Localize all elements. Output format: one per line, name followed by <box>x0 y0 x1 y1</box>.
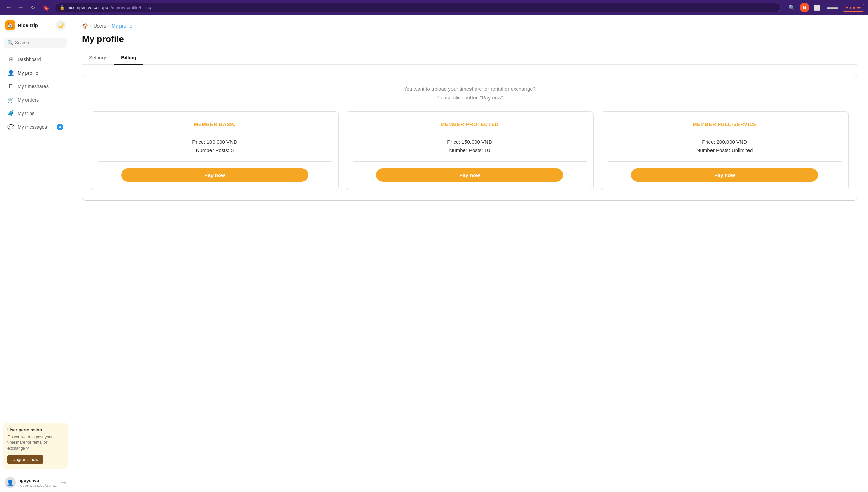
search-icon: 🔍 <box>7 40 13 45</box>
reload-button[interactable]: ↻ <box>29 3 37 12</box>
content-inner: 🏠 › Users › My profile My profile Settin… <box>71 15 868 209</box>
search-input-wrap: 🔍 <box>4 38 67 48</box>
url-bar[interactable]: 🔒 nicetripvn.vercel.app /me/my-profile/b… <box>55 3 781 12</box>
lock-icon: 🔒 <box>60 5 65 10</box>
user-info: nguyenvu nguyenvu7abcd@gmail.com <box>18 478 58 487</box>
logout-button[interactable]: ⇥ <box>60 479 66 487</box>
theme-toggle-button[interactable]: 🌙 <box>56 20 66 30</box>
browser-right-icons: 🔍 B ⬜ ▬▬ Error ☰ <box>787 3 864 12</box>
user-name: nguyenvu <box>18 478 58 483</box>
user-permission-box: User permission Do you want to post your… <box>3 423 68 469</box>
search-input[interactable] <box>15 40 63 45</box>
sidebar-item-label-my-messages: My messages <box>18 124 47 130</box>
app-layout: 🏠 Nice trip 🌙 🔍 ⊞ Dashboard 👤 My profile… <box>0 15 868 492</box>
plan-divider-basic-bottom <box>98 161 332 162</box>
extensions-button[interactable]: ⬜ <box>813 3 822 12</box>
sidebar-header: 🏠 Nice trip 🌙 <box>0 15 71 34</box>
plan-card-full-service: MEMBER FULL-SERVICE Price: 200.000 VND N… <box>601 111 849 190</box>
billing-card: You want to upload your timeshare for re… <box>82 74 857 201</box>
breadcrumb-sep-2: › <box>108 23 110 29</box>
tab-billing[interactable]: Billing <box>114 51 143 65</box>
pay-now-button-protected[interactable]: Pay now <box>376 168 563 182</box>
plan-divider-protected-bottom <box>353 161 587 162</box>
my-timeshares-icon: 🗓 <box>7 83 14 89</box>
plan-name-full-service: MEMBER FULL-SERVICE <box>692 121 757 127</box>
upgrade-now-button[interactable]: Upgrade now <box>7 455 43 464</box>
user-email: nguyenvu7abcd@gmail.com <box>18 483 58 487</box>
sidebar-nav: ⊞ Dashboard 👤 My profile 🗓 My timeshares… <box>0 51 71 420</box>
plan-price-protected: Price: 150.000 VND <box>447 139 492 145</box>
plan-posts-full-service: Number Posts: Unlimited <box>697 147 753 153</box>
breadcrumb-home-icon: 🏠 <box>82 23 88 29</box>
sidebar-item-label-my-timeshares: My timeshares <box>18 84 49 89</box>
dashboard-icon: ⊞ <box>7 56 14 62</box>
billing-prompt: You want to upload your timeshare for re… <box>91 85 849 102</box>
brave-icon: B <box>800 3 809 12</box>
permission-description: Do you want to post your timeshare for r… <box>7 434 63 451</box>
sidebar-logo: 🏠 Nice trip <box>5 20 38 30</box>
url-domain: nicetripvn.vercel.app <box>68 5 108 10</box>
sidebar-item-my-timeshares[interactable]: 🗓 My timeshares <box>2 80 69 93</box>
page-title: My profile <box>82 34 857 44</box>
pay-now-button-basic[interactable]: Pay now <box>121 168 308 182</box>
my-profile-icon: 👤 <box>7 70 14 76</box>
billing-prompt-line1: You want to upload your timeshare for re… <box>91 85 849 93</box>
permission-title: User permission <box>7 427 63 432</box>
sidebar-user: 👤 nguyenvu nguyenvu7abcd@gmail.com ⇥ <box>0 473 71 492</box>
sidebar-item-my-messages[interactable]: 💬 My messages 4 <box>2 120 69 134</box>
plan-card-protected: MEMBER PROTECTED Price: 150.000 VND Numb… <box>346 111 594 190</box>
my-orders-icon: 🛒 <box>7 96 14 103</box>
logo-icon: 🏠 <box>5 20 15 30</box>
pay-now-button-full-service[interactable]: Pay now <box>631 168 818 182</box>
sidebar-item-label-my-orders: My orders <box>18 97 39 103</box>
sidebar-item-label-my-trips: My trips <box>18 111 34 116</box>
plan-divider-basic-top <box>98 132 332 132</box>
sidebar-item-dashboard[interactable]: ⊞ Dashboard <box>2 53 69 66</box>
main-content: 🏠 › Users › My profile My profile Settin… <box>71 15 868 492</box>
forward-button[interactable]: → <box>16 3 26 12</box>
menu-icon: ☰ <box>857 5 861 10</box>
breadcrumb-current: My profile <box>112 23 132 29</box>
logo-text: Nice trip <box>18 22 38 28</box>
tabs: Settings Billing <box>82 51 857 65</box>
bookmark-icon: 🔖 <box>40 4 52 11</box>
sidebar-item-my-orders[interactable]: 🛒 My orders <box>2 93 69 106</box>
browser-bar: ← → ↻ 🔖 🔒 nicetripvn.vercel.app /me/my-p… <box>0 0 868 15</box>
sidebar-search: 🔍 <box>0 34 71 51</box>
sidebar-item-label-my-profile: My profile <box>18 70 38 76</box>
my-trips-icon: 🧳 <box>7 110 14 116</box>
breadcrumb-users[interactable]: Users <box>94 23 106 29</box>
breadcrumb: 🏠 › Users › My profile <box>82 23 857 29</box>
avatar: 👤 <box>5 477 16 488</box>
search-browser-button[interactable]: 🔍 <box>787 3 796 12</box>
tab-settings[interactable]: Settings <box>82 51 114 65</box>
reader-mode-button[interactable]: ▬▬ <box>826 3 839 12</box>
plan-name-basic: MEMBER BASIC <box>194 121 236 127</box>
sidebar-item-my-trips[interactable]: 🧳 My trips <box>2 107 69 120</box>
sidebar-item-my-profile[interactable]: 👤 My profile <box>2 66 69 79</box>
plan-price-full-service: Price: 200.000 VND <box>702 139 747 145</box>
plans-grid: MEMBER BASIC Price: 100.000 VND Number P… <box>91 111 849 190</box>
plan-divider-protected-top <box>353 132 587 132</box>
plan-posts-basic: Number Posts: 5 <box>196 147 234 153</box>
plan-card-basic: MEMBER BASIC Price: 100.000 VND Number P… <box>91 111 339 190</box>
sidebar-item-label-dashboard: Dashboard <box>18 57 41 62</box>
billing-prompt-line2: Please click button "Pay now" <box>91 93 849 102</box>
plan-divider-full-service-bottom <box>608 161 842 162</box>
sidebar: 🏠 Nice trip 🌙 🔍 ⊞ Dashboard 👤 My profile… <box>0 15 71 492</box>
back-button[interactable]: ← <box>4 3 14 12</box>
messages-badge: 4 <box>57 124 63 130</box>
plan-posts-protected: Number Posts: 10 <box>449 147 490 153</box>
plan-divider-full-service-top <box>608 132 842 132</box>
error-badge[interactable]: Error ☰ <box>843 4 864 12</box>
plan-name-protected: MEMBER PROTECTED <box>441 121 499 127</box>
url-path: /me/my-profile/billing <box>111 5 151 10</box>
my-messages-icon: 💬 <box>7 124 14 130</box>
breadcrumb-sep-1: › <box>90 23 92 29</box>
plan-price-basic: Price: 100.000 VND <box>192 139 237 145</box>
error-label: Error <box>846 5 855 10</box>
